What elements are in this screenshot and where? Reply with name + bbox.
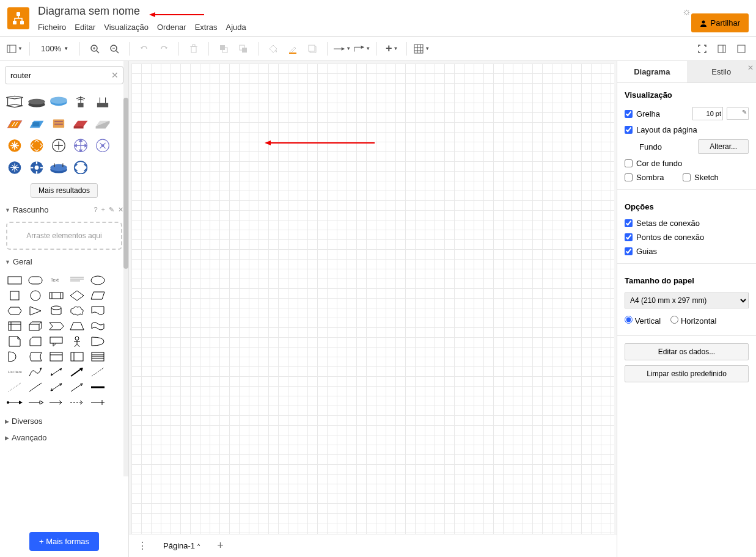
shape-connector1[interactable] xyxy=(6,396,23,409)
shape-note[interactable] xyxy=(6,335,23,348)
router-shape-8[interactable] xyxy=(49,114,68,133)
shape-document[interactable] xyxy=(89,304,106,318)
change-background-button[interactable]: Alterar... xyxy=(698,139,749,154)
tab-style[interactable]: Estilo xyxy=(687,61,757,82)
landscape-radio[interactable] xyxy=(670,316,678,324)
shape-parallelogram[interactable] xyxy=(89,289,106,302)
menu-edit[interactable]: Editar xyxy=(75,23,95,32)
router-shape-16[interactable] xyxy=(5,158,24,177)
shape-rectangle[interactable] xyxy=(6,274,23,287)
shape-process[interactable] xyxy=(48,289,65,302)
table-button[interactable]: ▼ xyxy=(413,40,430,57)
shape-cylinder[interactable] xyxy=(48,304,65,318)
tab-diagram[interactable]: Diagrama xyxy=(617,61,687,82)
edit-icon[interactable]: ✎ xyxy=(109,206,114,214)
add-icon[interactable]: + xyxy=(101,206,105,214)
shape-connector5[interactable] xyxy=(89,396,106,409)
menu-file[interactable]: Ficheiro xyxy=(38,23,66,32)
share-button[interactable]: Partilhar xyxy=(691,13,749,32)
page-layout-checkbox[interactable] xyxy=(625,126,633,134)
clear-default-style-button[interactable]: Limpar estilo predefinido xyxy=(625,365,749,382)
zoom-control[interactable]: 100% ▼ xyxy=(36,44,73,53)
paper-size-select[interactable]: A4 (210 mm x 297 mm) xyxy=(625,293,749,308)
shape-text[interactable]: Text xyxy=(48,274,65,287)
router-shape-4[interactable] xyxy=(71,92,90,111)
pages-menu-button[interactable]: ⋮ xyxy=(134,540,151,552)
shape-dotted-line[interactable] xyxy=(6,380,23,394)
router-shape-5[interactable] xyxy=(93,92,112,111)
scratchpad-header[interactable]: ▼ Rascunho ? + ✎ ✕ xyxy=(0,202,128,218)
shape-hexagon[interactable] xyxy=(6,304,23,318)
waypoint-button[interactable]: ▼ xyxy=(353,40,370,57)
close-icon[interactable]: ✕ xyxy=(747,64,754,72)
router-shape-19[interactable] xyxy=(71,158,90,177)
shape-ellipse[interactable] xyxy=(89,274,106,287)
grid-checkbox[interactable] xyxy=(625,110,633,118)
shape-diamond[interactable] xyxy=(68,289,86,302)
grid-color-button[interactable] xyxy=(727,107,749,120)
shape-connector2[interactable] xyxy=(27,396,44,409)
shape-bidir-thin[interactable] xyxy=(48,380,65,394)
shape-thin-arrow[interactable] xyxy=(68,380,86,394)
more-shapes-button[interactable]: + Mais formas xyxy=(29,532,99,551)
help-icon[interactable]: ? xyxy=(94,206,97,214)
drawing-canvas[interactable] xyxy=(131,64,614,555)
router-shape-9[interactable] xyxy=(71,114,90,133)
misc-shapes-header[interactable]: ▶ Diversos xyxy=(0,413,128,429)
shape-actor[interactable] xyxy=(68,335,86,348)
shape-internal-storage[interactable] xyxy=(6,319,23,333)
shape-trapezoid[interactable] xyxy=(68,319,86,333)
conn-points-checkbox[interactable] xyxy=(625,233,633,241)
router-shape-11[interactable] xyxy=(5,136,24,155)
router-shape-7[interactable] xyxy=(27,114,46,133)
router-shape-15[interactable] xyxy=(93,136,112,155)
sketch-checkbox[interactable] xyxy=(683,173,691,181)
shape-triangle[interactable] xyxy=(27,304,44,318)
advanced-shapes-header[interactable]: ▶ Avançado xyxy=(0,429,128,446)
router-shape-12[interactable] xyxy=(27,136,46,155)
redo-button[interactable] xyxy=(155,40,172,57)
shapes-search-input[interactable] xyxy=(5,66,123,84)
menu-view[interactable]: Visualização xyxy=(104,23,149,32)
bg-color-checkbox[interactable] xyxy=(625,159,633,167)
router-shape-14[interactable] xyxy=(71,136,90,155)
menu-extras[interactable]: Extras xyxy=(195,23,218,32)
zoom-in-button[interactable] xyxy=(86,40,103,57)
canvas-area[interactable] xyxy=(129,61,617,557)
clear-search-icon[interactable]: ✕ xyxy=(111,70,119,80)
scrollbar-thumb[interactable] xyxy=(123,98,128,269)
shadow-checkbox[interactable] xyxy=(625,173,633,181)
line-color-button[interactable] xyxy=(284,40,301,57)
shape-textbox[interactable] xyxy=(68,274,86,287)
close-icon[interactable]: ✕ xyxy=(118,206,123,214)
shape-and[interactable] xyxy=(6,350,23,363)
shape-or[interactable] xyxy=(89,335,106,348)
connection-button[interactable]: ▼ xyxy=(334,40,351,57)
shape-list[interactable] xyxy=(89,350,106,363)
landscape-option[interactable]: Horizontal xyxy=(670,316,716,326)
router-shape-10[interactable] xyxy=(93,114,112,133)
shape-data-storage[interactable] xyxy=(27,350,44,363)
shape-container[interactable] xyxy=(48,350,65,363)
document-title[interactable]: Diagrama sem nome xyxy=(38,5,682,20)
fill-color-button[interactable] xyxy=(265,40,282,57)
undo-button[interactable] xyxy=(136,40,153,57)
portrait-radio[interactable] xyxy=(625,316,633,324)
shape-cloud[interactable] xyxy=(68,304,86,318)
guides-checkbox[interactable] xyxy=(625,247,633,255)
menu-help[interactable]: Ajuda xyxy=(226,23,246,32)
page-tab-1[interactable]: Página-1 ^ xyxy=(156,537,207,554)
to-front-button[interactable] xyxy=(215,40,232,57)
more-results-button[interactable]: Mais resultados xyxy=(31,183,98,198)
portrait-option[interactable]: Vertical xyxy=(625,316,661,326)
shape-curve[interactable] xyxy=(27,365,44,379)
router-shape-3[interactable] xyxy=(49,92,68,111)
shape-bidir-arrow[interactable] xyxy=(48,365,65,379)
grid-size-input[interactable] xyxy=(692,107,723,120)
delete-button[interactable] xyxy=(185,40,202,57)
shape-rounded-rect[interactable] xyxy=(27,274,44,287)
shape-cube[interactable] xyxy=(27,319,44,333)
router-shape-6[interactable] xyxy=(5,114,24,133)
shape-connector3[interactable] xyxy=(48,396,65,409)
shape-tape[interactable] xyxy=(89,319,106,333)
